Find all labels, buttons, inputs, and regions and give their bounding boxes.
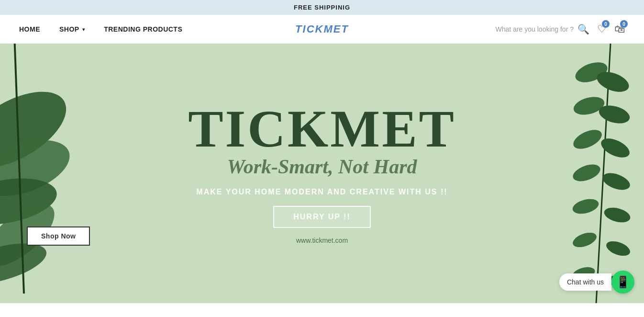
svg-point-11	[570, 126, 605, 153]
svg-point-13	[571, 161, 603, 185]
cart-badge: 0	[620, 20, 628, 28]
chat-button[interactable]: 📱	[611, 271, 634, 294]
search-area: What are you looking for ? 🔍	[496, 23, 589, 35]
nav-shop[interactable]: SHOP ▾	[59, 25, 85, 33]
shop-now-button[interactable]: Shop Now	[27, 226, 90, 246]
whatsapp-icon: 📱	[616, 275, 630, 289]
search-icon: 🔍	[577, 24, 589, 34]
leaf-right-decoration	[539, 44, 644, 303]
hero-url: www.tickmet.com	[296, 237, 348, 244]
hero-section: Shop Now TICKMET Work-Smart, Not Hard MA…	[0, 44, 644, 303]
chat-label: Chat with us	[559, 273, 611, 291]
banner-text: FREE SHIPPINIG	[294, 4, 350, 11]
search-button[interactable]: 🔍	[577, 23, 589, 35]
chat-widget: Chat with us 📱	[559, 271, 634, 294]
hero-tagline: MAKE YOUR HOME MODERN AND CREATIVE WITH …	[196, 188, 447, 196]
nav-right: What are you looking for ? 🔍 ♡ 0 🛍 0	[496, 23, 625, 35]
wishlist-badge: 0	[602, 20, 610, 28]
svg-point-18	[604, 238, 632, 259]
shop-chevron-icon: ▾	[82, 27, 85, 32]
nav-left: HOME SHOP ▾ TRENDING PRODUCTS	[19, 25, 182, 33]
hero-title: TICKMET	[188, 102, 456, 155]
leaf-right-svg	[544, 44, 644, 303]
svg-point-12	[598, 135, 633, 161]
nav-trending[interactable]: TRENDING PRODUCTS	[104, 25, 182, 33]
hero-content: TICKMET Work-Smart, Not Hard MAKE YOUR H…	[188, 102, 456, 244]
cart-button[interactable]: 🛍 0	[614, 23, 625, 35]
svg-point-16	[602, 205, 632, 225]
svg-point-14	[600, 170, 633, 193]
nav-home[interactable]: HOME	[19, 25, 40, 33]
hero-subtitle: Work-Smart, Not Hard	[227, 155, 417, 178]
leaf-left-decoration	[0, 44, 115, 303]
leaf-left-svg	[0, 44, 100, 294]
top-banner: FREE SHIPPINIG	[0, 0, 644, 15]
svg-point-17	[571, 230, 599, 250]
search-placeholder-text: What are you looking for ?	[496, 25, 574, 33]
nav-logo[interactable]: TICKMET	[295, 23, 349, 35]
svg-point-15	[571, 196, 600, 216]
navbar: HOME SHOP ▾ TRENDING PRODUCTS TICKMET Wh…	[0, 15, 644, 44]
hurry-up-button[interactable]: HURRY UP !!	[273, 206, 371, 228]
wishlist-button[interactable]: ♡ 0	[597, 23, 607, 35]
